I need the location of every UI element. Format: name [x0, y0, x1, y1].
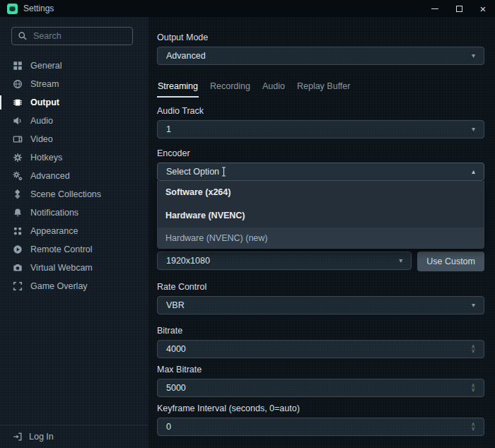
use-custom-button[interactable]: Use Custom — [417, 252, 484, 271]
stepper-down-icon[interactable]: ∨ — [471, 388, 475, 392]
resolution-select[interactable]: 1920x1080 ▾ — [157, 252, 412, 270]
login-button[interactable]: Log In — [0, 425, 148, 448]
output-settings-panel: Output Mode Advanced ▾ Streaming Recordi… — [148, 17, 495, 448]
bell-icon — [13, 208, 23, 218]
search-icon — [18, 31, 28, 41]
sidebar-item-label: Audio — [30, 116, 53, 126]
close-icon: × — [480, 4, 487, 14]
close-button[interactable]: × — [471, 0, 495, 17]
sidebar-item-label: Hotkeys — [30, 153, 62, 163]
encoder-option-hardware-nvenc-new[interactable]: Hardware (NVENC) (new) — [158, 228, 484, 248]
max-bitrate-input-field: ∧∨ — [157, 379, 484, 397]
sidebar-item-label: Game Overlay — [30, 281, 88, 291]
sidebar-item-label: Output — [30, 98, 59, 107]
chevron-down-icon: ▾ — [472, 52, 475, 59]
keyframe-interval-input-field: ∧∨ — [157, 418, 484, 436]
sidebar-item-audio[interactable]: Audio — [0, 112, 148, 130]
chevron-up-icon: ▴ — [472, 168, 475, 175]
sidebar-item-notifications[interactable]: Notifications — [0, 204, 148, 222]
gears-icon — [13, 171, 23, 181]
chip-icon — [13, 98, 23, 107]
sidebar-item-label: Scene Collections — [30, 189, 101, 199]
sidebar-item-label: Advanced — [30, 171, 70, 181]
login-icon — [13, 432, 23, 442]
output-mode-value: Advanced — [166, 51, 206, 61]
stepper-down-icon[interactable]: ∨ — [471, 427, 475, 431]
sidebar-item-appearance[interactable]: Appearance — [0, 222, 148, 240]
sidebar-item-hotkeys[interactable]: Hotkeys — [0, 148, 148, 167]
sidebar-item-video[interactable]: Video — [0, 130, 148, 148]
bitrate-stepper[interactable]: ∧∨ — [471, 345, 475, 353]
sidebar-item-stream[interactable]: Stream — [0, 75, 148, 93]
sidebar-item-virtual-webcam[interactable]: Virtual Webcam — [0, 259, 148, 277]
encoder-label: Encoder — [157, 148, 484, 158]
dots-icon — [13, 226, 23, 236]
encoder-options-panel: Software (x264) Hardware (NVENC) Hardwar… — [157, 181, 484, 249]
streamlabs-logo-icon — [7, 4, 18, 14]
search-input[interactable] — [33, 31, 127, 41]
chevron-down-icon: ▾ — [472, 126, 475, 133]
sidebar-item-label: Stream — [30, 79, 59, 89]
sidebar-item-label: Video — [30, 134, 53, 144]
login-label: Log In — [29, 432, 54, 442]
maximize-button[interactable] — [447, 0, 471, 17]
grid-icon — [13, 61, 23, 71]
minimize-button[interactable] — [423, 0, 447, 17]
audio-track-value: 1 — [166, 124, 171, 134]
chevron-down-icon: ▾ — [399, 257, 402, 264]
sidebar-item-label: General — [30, 61, 62, 71]
sidebar-item-label: Notifications — [30, 208, 78, 218]
output-mode-select[interactable]: Advanced ▾ — [157, 47, 484, 65]
sidebar-item-game-overlay[interactable]: Game Overlay — [0, 277, 148, 295]
sidebar: General Stream Output Audio Video — [0, 17, 148, 448]
rate-control-select[interactable]: VBR ▾ — [157, 296, 484, 314]
speaker-icon — [13, 116, 23, 126]
sidebar-item-remote-control[interactable]: Remote Control — [0, 240, 148, 259]
audio-track-label: Audio Track — [157, 106, 484, 116]
rate-control-label: Rate Control — [157, 282, 484, 292]
sidebar-item-scene-collections[interactable]: Scene Collections — [0, 185, 148, 204]
sidebar-item-output[interactable]: Output — [0, 93, 148, 112]
max-bitrate-stepper[interactable]: ∧∨ — [471, 384, 475, 392]
sidebar-item-advanced[interactable]: Advanced — [0, 167, 148, 185]
globe-icon — [13, 79, 23, 89]
sidebar-menu: General Stream Output Audio Video — [0, 57, 148, 295]
settings-window: Settings × General Str — [0, 0, 495, 448]
bitrate-label: Bitrate — [157, 326, 484, 336]
output-mode-label: Output Mode — [157, 33, 484, 42]
tab-streaming[interactable]: Streaming — [157, 81, 199, 98]
expand-icon — [13, 281, 23, 291]
keyframe-interval-stepper[interactable]: ∧∨ — [471, 423, 475, 431]
text-cursor-icon — [221, 167, 227, 177]
max-bitrate-label: Max Bitrate — [157, 365, 484, 375]
bitrate-input[interactable] — [166, 344, 471, 354]
gear-icon — [13, 153, 23, 163]
titlebar: Settings × — [0, 0, 495, 17]
rate-control-value: VBR — [166, 300, 185, 310]
keyframe-interval-label: Keyframe Interval (seconds, 0=auto) — [157, 403, 484, 413]
camera-icon — [13, 263, 23, 273]
sidebar-item-general[interactable]: General — [0, 57, 148, 75]
encoder-value: Select Option — [166, 167, 219, 177]
max-bitrate-input[interactable] — [166, 383, 471, 393]
keyframe-interval-input[interactable] — [166, 422, 471, 432]
sidebar-item-label: Virtual Webcam — [30, 263, 93, 273]
video-icon — [13, 134, 23, 144]
search-box[interactable] — [11, 27, 133, 45]
bitrate-input-field: ∧∨ — [157, 340, 484, 358]
tab-replay-buffer[interactable]: Replay Buffer — [296, 81, 351, 98]
encoder-select[interactable]: Select Option ▴ — [157, 163, 484, 181]
sidebar-item-label: Appearance — [30, 226, 78, 236]
encoder-option-software-x264[interactable]: Software (x264) — [158, 181, 484, 204]
tab-audio[interactable]: Audio — [262, 81, 286, 98]
tab-recording[interactable]: Recording — [209, 81, 251, 98]
audio-track-select[interactable]: 1 ▾ — [157, 120, 484, 138]
window-title: Settings — [23, 4, 54, 13]
chevron-down-icon: ▾ — [472, 302, 475, 309]
sidebar-item-label: Remote Control — [30, 244, 93, 254]
maximize-icon — [456, 6, 462, 12]
resolution-value: 1920x1080 — [166, 256, 210, 266]
encoder-option-hardware-nvenc[interactable]: Hardware (NVENC) — [158, 204, 484, 228]
stepper-down-icon[interactable]: ∨ — [471, 349, 475, 353]
output-tabs: Streaming Recording Audio Replay Buffer — [157, 81, 484, 98]
